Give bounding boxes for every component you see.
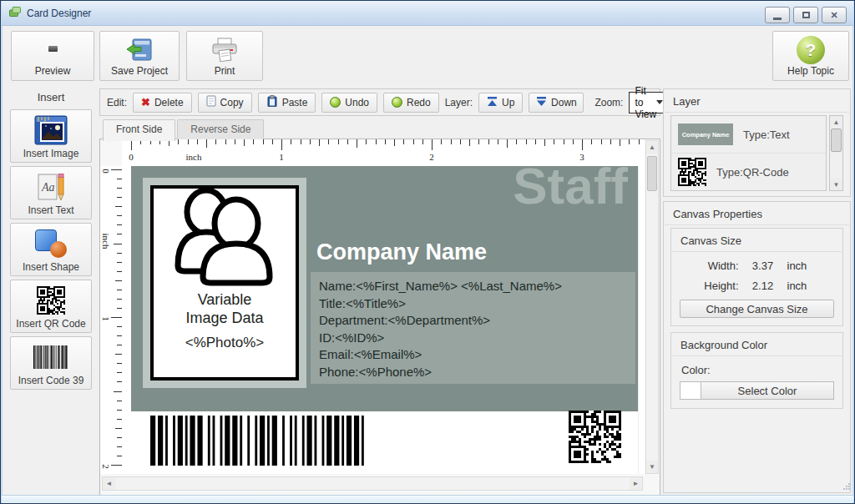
delete-icon: ✖ bbox=[141, 97, 150, 108]
layer-up-button[interactable]: Up bbox=[478, 93, 523, 113]
company-name-text[interactable]: Company Name bbox=[316, 239, 487, 265]
card-qr-code[interactable] bbox=[569, 411, 621, 463]
layer-label: Layer: bbox=[445, 97, 473, 108]
photo-caption-line1: Variable bbox=[198, 290, 252, 309]
arrow-down-icon bbox=[536, 96, 547, 109]
redo-icon bbox=[392, 97, 402, 108]
text-icon: Aa bbox=[35, 169, 67, 204]
insert-text-button[interactable]: Aa Insert Text bbox=[10, 166, 92, 219]
undo-icon bbox=[330, 97, 341, 108]
insert-code39-button[interactable]: Insert Code 39 bbox=[10, 336, 92, 390]
photo-caption-line2: Image Data bbox=[185, 309, 263, 327]
vertical-scrollbar[interactable]: ▲ ▼ bbox=[645, 140, 659, 474]
window-title: Card Designer bbox=[27, 8, 91, 19]
vertical-ruler: 012inch bbox=[100, 166, 123, 474]
layer-up-label: Up bbox=[502, 97, 514, 108]
photo-placeholder[interactable]: Variable Image Data <%Photo%> bbox=[143, 178, 306, 388]
maximize-button[interactable] bbox=[793, 7, 818, 23]
photo-token: <%Photo%> bbox=[185, 335, 265, 351]
scroll-up-button[interactable]: ▲ bbox=[646, 141, 658, 154]
scroll-down-button[interactable]: ▼ bbox=[646, 461, 658, 473]
scroll-right-button[interactable]: ► bbox=[630, 477, 642, 490]
delete-label: Delete bbox=[154, 97, 184, 108]
layer-list-scrollbar[interactable]: ▲ ▼ bbox=[829, 115, 843, 191]
card-barcode[interactable] bbox=[150, 416, 369, 466]
barcode-icon bbox=[33, 345, 68, 369]
insert-image-label: Insert Image bbox=[23, 148, 79, 159]
tab-reverse-side[interactable]: Reverse Side bbox=[177, 119, 264, 139]
layer-item-label: Type:QR-Code bbox=[716, 166, 789, 179]
photo-box: Variable Image Data <%Photo%> bbox=[150, 185, 299, 381]
canvas-size-box: Canvas Size Width: 3.37 inch Height: 2.1… bbox=[670, 228, 843, 326]
minimize-icon bbox=[773, 18, 782, 20]
scroll-left-button[interactable]: ◄ bbox=[103, 477, 115, 490]
layer-panel-title: Layer bbox=[665, 89, 849, 113]
background-color-box: Background Color Color: Select Color bbox=[670, 332, 843, 409]
help-topic-button[interactable]: ? Help Topic bbox=[772, 31, 849, 81]
edit-toolbar: Edit: ✖ Delete Copy Paste Undo Redo Laye… bbox=[99, 88, 660, 116]
height-label: Height: bbox=[691, 280, 739, 292]
layer-list[interactable]: Company NameType:TextType:QR-CodeType:Co… bbox=[670, 115, 827, 191]
color-label: Color: bbox=[681, 364, 842, 376]
minimize-button[interactable] bbox=[765, 7, 790, 23]
delete-button[interactable]: ✖ Delete bbox=[133, 93, 192, 113]
height-value: 2.12 bbox=[739, 280, 787, 292]
insert-image-button[interactable]: Insert Image bbox=[10, 109, 92, 163]
height-unit: inch bbox=[787, 280, 824, 292]
layer-scrollbar-thumb[interactable] bbox=[831, 129, 842, 152]
insert-text-label: Insert Text bbox=[28, 204, 73, 216]
paste-button[interactable]: Paste bbox=[258, 93, 316, 113]
info-text-block[interactable]: Name:<%First_Name%> <%Last_Name%>Title:<… bbox=[311, 272, 635, 384]
copy-label: Copy bbox=[220, 97, 244, 108]
canvas-properties-panel: Canvas Properties Canvas Size Width: 3.3… bbox=[663, 201, 851, 493]
title-bar: Card Designer ✕ bbox=[2, 1, 853, 26]
change-canvas-size-button[interactable]: Change Canvas Size bbox=[680, 300, 834, 318]
save-project-button[interactable]: Save Project bbox=[99, 31, 180, 81]
resize-grip[interactable] bbox=[842, 479, 851, 494]
select-color-button[interactable]: Select Color bbox=[701, 381, 834, 400]
watermark-text[interactable]: Staff bbox=[513, 166, 628, 214]
insert-shape-label: Insert Shape bbox=[23, 261, 79, 273]
print-button[interactable]: Print bbox=[186, 31, 263, 81]
undo-button[interactable]: Undo bbox=[321, 93, 377, 113]
background-color-title: Background Color bbox=[672, 333, 842, 356]
app-window: Card Designer ✕ Preview Save Project bbox=[0, 0, 855, 504]
layer-thumb-qr bbox=[678, 158, 706, 186]
canvas-area: 0123inch 012inch Staff Company Name Name… bbox=[99, 139, 660, 496]
svg-text:Aa: Aa bbox=[41, 181, 55, 194]
close-icon: ✕ bbox=[830, 11, 837, 20]
insert-shape-button[interactable]: Insert Shape bbox=[10, 223, 92, 276]
layer-down-button[interactable]: Down bbox=[529, 93, 584, 113]
copy-button[interactable]: Copy bbox=[198, 93, 252, 113]
save-icon bbox=[126, 35, 153, 65]
app-icon bbox=[8, 5, 22, 22]
close-button[interactable]: ✕ bbox=[822, 7, 847, 23]
width-unit: inch bbox=[787, 260, 824, 272]
undo-label: Undo bbox=[345, 97, 369, 108]
layer-thumb-text: Company Name bbox=[678, 123, 733, 145]
insert-qr-code-label: Insert QR Code bbox=[16, 318, 85, 330]
card-canvas[interactable]: Staff Company Name Name:<%First_Name%> <… bbox=[131, 166, 639, 474]
vertical-scrollbar-thumb[interactable] bbox=[647, 156, 657, 191]
preview-button[interactable]: Preview bbox=[11, 31, 94, 81]
width-label: Width: bbox=[691, 260, 739, 272]
horizontal-scrollbar[interactable]: ◄ ► bbox=[102, 476, 643, 491]
canvas-properties-title: Canvas Properties bbox=[665, 202, 849, 225]
width-value: 3.37 bbox=[739, 260, 787, 272]
copy-icon bbox=[206, 95, 216, 109]
layer-scroll-up-button[interactable]: ▲ bbox=[830, 116, 842, 128]
lightbulb-icon bbox=[48, 35, 58, 65]
arrow-up-icon bbox=[487, 96, 498, 109]
shape-icon bbox=[34, 226, 68, 261]
main-toolbar: Preview Save Project bbox=[3, 27, 852, 85]
layer-down-label: Down bbox=[551, 97, 577, 108]
insert-qr-code-button[interactable]: Insert QR Code bbox=[10, 280, 92, 333]
zoom-value: Fit to View bbox=[635, 85, 656, 120]
redo-button[interactable]: Redo bbox=[383, 93, 439, 113]
layer-item[interactable]: Type:QR-Code bbox=[671, 154, 826, 191]
tab-front-side[interactable]: Front Side bbox=[103, 119, 175, 141]
layer-item[interactable]: Company NameType:Text bbox=[671, 116, 826, 154]
canvas-viewport[interactable]: Staff Company Name Name:<%First_Name%> <… bbox=[122, 166, 645, 474]
layer-scroll-down-button[interactable]: ▼ bbox=[830, 179, 842, 190]
printer-icon bbox=[210, 35, 239, 65]
